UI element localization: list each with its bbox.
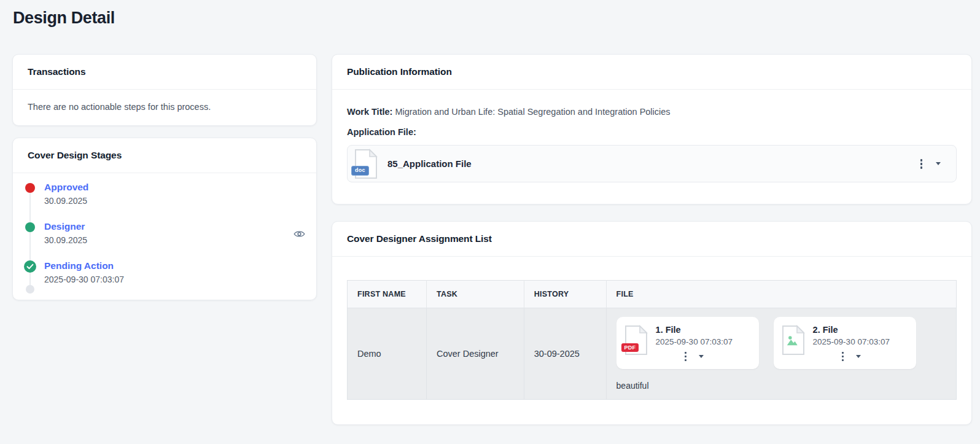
application-file-menu-button[interactable] xyxy=(919,157,925,171)
file-1-menu-button[interactable] xyxy=(683,349,689,363)
stage-item-designer: Designer 30.09.2025 xyxy=(13,221,316,246)
stage-designer-status-dot xyxy=(25,222,35,232)
doc-file-icon: doc xyxy=(354,149,378,179)
pdf-file-icon: PDF xyxy=(624,325,648,356)
view-stage-button[interactable] xyxy=(291,227,308,241)
pdf-badge: PDF xyxy=(621,343,639,352)
assignment-card-title: Cover Designer Assignment List xyxy=(347,233,957,244)
file-card-2: 2. File 2025-09-30 07:03:07 xyxy=(774,317,916,369)
application-file-name: 85_Application File xyxy=(387,158,472,169)
file-card-1: PDF 1. File 2025-09-30 07:03:07 xyxy=(616,317,759,369)
application-file-line: Application File: xyxy=(347,127,957,137)
publication-card-header: Publication Information xyxy=(332,55,971,90)
work-title-value: Migration and Urban Life: Spatial Segreg… xyxy=(395,107,670,117)
kebab-menu-icon xyxy=(920,159,923,169)
cell-first-name: Demo xyxy=(348,308,427,400)
doc-badge: doc xyxy=(351,166,369,176)
transactions-card-title: Transactions xyxy=(28,66,301,77)
stages-timeline: Approved 30.09.2025 Designer 30.09.2025 xyxy=(13,173,316,300)
kebab-menu-icon xyxy=(842,352,844,362)
caret-down-icon xyxy=(936,162,941,165)
main-layout: Transactions There are no actionable ste… xyxy=(12,54,972,425)
transactions-card-body: There are no actionable steps for this p… xyxy=(13,90,316,125)
application-file-expand-button[interactable] xyxy=(934,160,943,167)
left-column: Transactions There are no actionable ste… xyxy=(12,54,317,300)
file-2-title: 2. File xyxy=(813,325,890,335)
stages-card-header: Cover Design Stages xyxy=(13,138,316,173)
cell-task: Cover Designer xyxy=(426,308,524,400)
stages-card-title: Cover Design Stages xyxy=(28,150,301,161)
right-column: Publication Information Work Title: Migr… xyxy=(332,54,972,425)
transactions-card: Transactions There are no actionable ste… xyxy=(12,54,317,126)
application-file-label: Application File: xyxy=(347,127,416,137)
work-title-line: Work Title: Migration and Urban Life: Sp… xyxy=(347,107,957,117)
stage-pending-date: 2025-09-30 07:03:07 xyxy=(44,275,124,284)
column-header-first-name: First Name xyxy=(348,281,427,308)
assignment-table-header-row: First Name Task History File xyxy=(348,281,957,308)
stage-pending-check-icon xyxy=(24,260,36,273)
kebab-menu-icon xyxy=(685,352,687,362)
stage-designer-date: 30.09.2025 xyxy=(44,235,87,245)
work-title-label: Work Title: xyxy=(347,107,392,117)
stage-item-pending-action: Pending Action 2025-09-30 07:03:07 xyxy=(13,260,316,286)
column-header-history: History xyxy=(524,281,606,308)
stage-designer-link[interactable]: Designer xyxy=(44,221,85,232)
application-file-row: doc 85_Application File xyxy=(347,145,957,182)
transactions-card-header: Transactions xyxy=(13,55,316,90)
file-1-expand-button[interactable] xyxy=(697,353,706,360)
stage-item-approved: Approved 30.09.2025 xyxy=(13,182,316,207)
cell-history: 30-09-2025 xyxy=(524,308,606,400)
cell-files: PDF 1. File 2025-09-30 07:03:07 xyxy=(606,308,956,400)
stage-approved-link[interactable]: Approved xyxy=(44,182,88,193)
column-header-task: Task xyxy=(426,281,524,308)
publication-information-card: Publication Information Work Title: Migr… xyxy=(332,54,972,204)
file-1-date: 2025-09-30 07:03:07 xyxy=(656,337,733,346)
column-header-file: File xyxy=(606,281,956,308)
stage-approved-date: 30.09.2025 xyxy=(44,196,88,206)
cover-designer-assignment-card: Cover Designer Assignment List First Nam… xyxy=(332,221,972,425)
image-file-icon xyxy=(781,325,806,356)
file-1-title: 1. File xyxy=(656,325,733,335)
stage-pending-link[interactable]: Pending Action xyxy=(44,260,114,271)
assignment-card-body: First Name Task History File Demo Cover … xyxy=(332,257,971,424)
caret-down-icon xyxy=(699,355,704,358)
file-2-expand-button[interactable] xyxy=(854,353,863,360)
assignment-table: First Name Task History File Demo Cover … xyxy=(347,280,957,400)
caret-down-icon xyxy=(856,355,861,358)
image-glyph-icon xyxy=(785,333,799,347)
assignment-card-header: Cover Designer Assignment List xyxy=(332,222,971,257)
stage-approved-status-dot xyxy=(25,183,35,193)
file-2-date: 2025-09-30 07:03:07 xyxy=(813,337,890,346)
cover-design-stages-card: Cover Design Stages Approved 30.09.2025 xyxy=(12,138,317,300)
file-note: beautiful xyxy=(616,381,946,391)
eye-icon xyxy=(294,231,305,240)
file-2-menu-button[interactable] xyxy=(840,349,846,363)
page-title: Design Detail xyxy=(13,9,980,28)
transactions-empty-message: There are no actionable steps for this p… xyxy=(28,101,301,114)
assignment-table-row: Demo Cover Designer 30-09-2025 xyxy=(348,308,957,400)
publication-card-body: Work Title: Migration and Urban Life: Sp… xyxy=(332,90,971,204)
design-detail-page: Design Detail Transactions There are no … xyxy=(0,0,980,444)
publication-card-title: Publication Information xyxy=(347,66,957,77)
timeline-end-dot xyxy=(26,285,34,294)
